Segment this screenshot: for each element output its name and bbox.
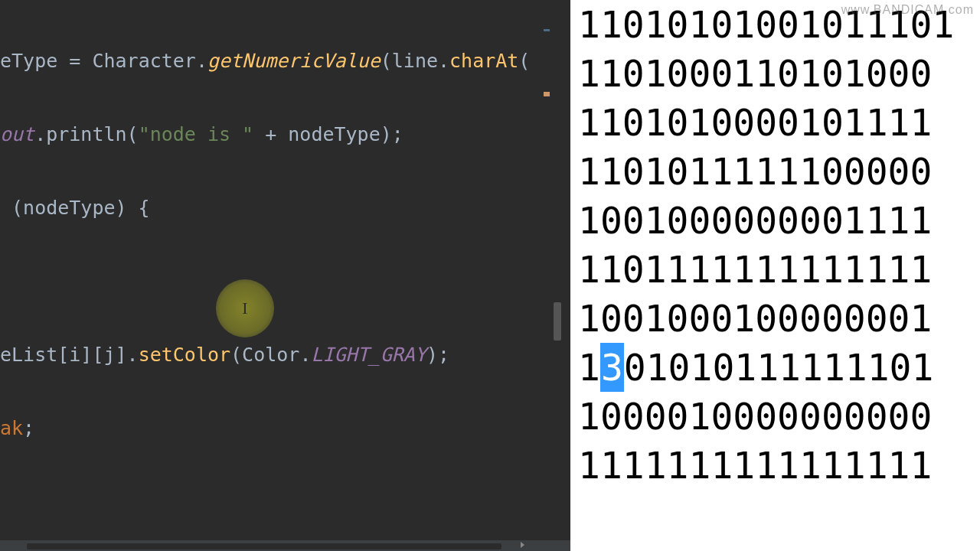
data-row[interactable]: 1001000000001111 xyxy=(578,196,980,245)
data-row[interactable]: 1101010000101111 xyxy=(578,98,980,147)
code-text: eType = xyxy=(0,49,92,73)
code-text: .println( xyxy=(34,122,138,147)
data-row[interactable]: 1101000110101000 xyxy=(578,49,980,98)
vertical-scrollbar[interactable] xyxy=(554,0,563,551)
data-text: 01010111111101 xyxy=(624,343,934,392)
code-text: Character xyxy=(92,49,195,73)
code-text: getNumericValue xyxy=(207,49,381,73)
code-text: + nodeType); xyxy=(253,122,403,147)
data-text-pane[interactable]: 1101010100101110111010001101010001101010… xyxy=(570,0,980,551)
code-text: (nodeType) { xyxy=(0,196,150,220)
data-row[interactable]: 1000010000000000 xyxy=(578,392,980,441)
code-text: (line. xyxy=(381,49,449,73)
data-text: 1 xyxy=(578,343,600,392)
code-text: . xyxy=(299,343,311,367)
horizontal-scrollbar[interactable] xyxy=(27,543,501,549)
code-text: ( xyxy=(518,49,530,73)
data-row[interactable]: 1001000100000001 xyxy=(578,294,980,343)
code-text: ; xyxy=(23,416,34,441)
gutter-mark xyxy=(544,92,550,96)
code-text: charAt xyxy=(449,49,518,73)
data-row[interactable]: 1101111111111111 xyxy=(578,245,980,294)
scrollbar-thumb[interactable] xyxy=(554,302,561,341)
code-text: ak xyxy=(0,416,23,441)
code-text: out xyxy=(0,122,34,147)
scrollbar-right-arrow-icon[interactable] xyxy=(521,542,524,548)
code-area[interactable]: eType = Character.getNumericValue(line.c… xyxy=(0,0,570,551)
code-text: ); xyxy=(426,343,449,367)
code-text: Color xyxy=(242,343,299,367)
data-row[interactable]: 1301010111111101 xyxy=(578,343,980,392)
editor-bottom-bar xyxy=(0,540,570,551)
code-text: "node is " xyxy=(139,122,254,147)
data-lines[interactable]: 1101010100101110111010001101010001101010… xyxy=(578,0,980,490)
selected-char[interactable]: 3 xyxy=(600,343,624,392)
gutter-mark xyxy=(544,29,550,31)
watermark-text: www.BANDICAM.com xyxy=(841,3,974,17)
code-text: eList[i][j]. xyxy=(0,343,139,367)
code-text: LIGHT_GRAY xyxy=(311,343,426,367)
code-editor-pane[interactable]: eType = Character.getNumericValue(line.c… xyxy=(0,0,570,551)
data-row[interactable]: 1101011111100000 xyxy=(578,147,980,196)
code-text: . xyxy=(196,49,207,73)
code-text: setColor xyxy=(139,343,230,367)
code-text: ( xyxy=(230,343,242,367)
editor-gutter-marks xyxy=(544,0,551,551)
data-row[interactable]: 1111111111111111 xyxy=(578,441,980,490)
